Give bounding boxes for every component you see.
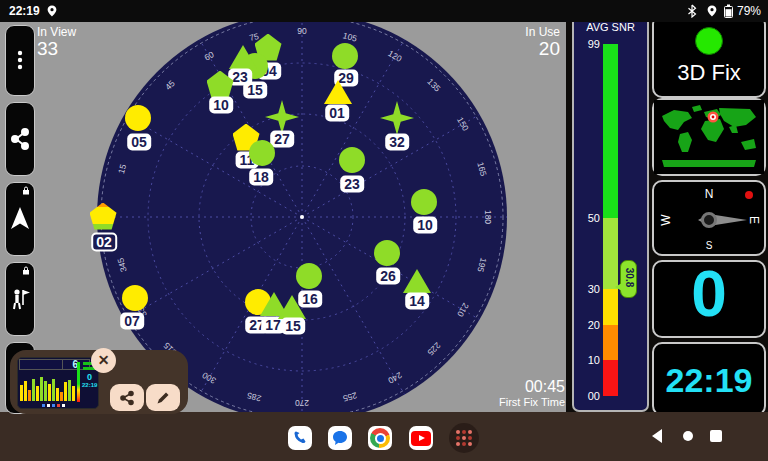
dock-youtube-app[interactable]: [409, 426, 433, 450]
satellite-label-27: 27: [270, 131, 294, 148]
satellite-16[interactable]: [296, 263, 322, 289]
satellite-label-15: 15: [281, 318, 305, 335]
satellite-label-32: 32: [385, 134, 409, 151]
sidebar-overflow-menu-button[interactable]: [5, 25, 35, 96]
close-icon: ✕: [98, 352, 110, 368]
mini-snr-bars: [20, 377, 75, 401]
satellite-label-05: 05: [127, 134, 151, 151]
compass-panel[interactable]: N S W E: [652, 180, 766, 256]
world-map-panel[interactable]: [652, 98, 766, 176]
location-pin-icon: [46, 4, 58, 18]
snr-pointer-bubble: 30.8: [620, 260, 637, 298]
screenshot-edit-button[interactable]: [146, 384, 180, 411]
satellite-07[interactable]: [122, 285, 148, 311]
chat-bubble-icon: [328, 426, 352, 450]
snr-tick-30: 30: [576, 283, 600, 295]
satellite-label-16: 16: [298, 291, 322, 308]
snr-tick-50: 50: [576, 212, 600, 224]
avg-snr-title: AVG SNR: [574, 21, 647, 33]
avg-snr-gauge-panel[interactable]: AVG SNR 995030201000 30.8: [572, 14, 649, 412]
satellite-23[interactable]: [339, 147, 365, 173]
screenshot-thumbnail[interactable]: 6 0 22:19: [17, 357, 99, 409]
snr-segment: [603, 325, 618, 361]
dock-chrome-app[interactable]: [368, 426, 392, 450]
satellite-label-23: 23: [340, 176, 364, 193]
clock-panel[interactable]: 22:19: [652, 342, 766, 416]
satellite-label-01: 01: [325, 105, 349, 122]
share-icon: [119, 390, 135, 406]
snr-segment: [603, 218, 618, 289]
compass-needle-icon: [654, 182, 764, 254]
snr-tick-20: 20: [576, 319, 600, 331]
in-view-value: 33: [37, 38, 58, 60]
first-fix-value: 00:45: [420, 378, 565, 396]
snr-gauge-bar: [603, 44, 618, 396]
battery-percent: 79%: [737, 4, 761, 18]
clock-value: 22:19: [654, 361, 764, 400]
gps-app-screen: 22:19 79% 153045607590105120135150165180…: [0, 0, 768, 461]
sidebar-navigation-button[interactable]: [5, 182, 35, 256]
satellite-18[interactable]: [249, 140, 275, 166]
mini-gauge-bar: [77, 362, 80, 402]
lock-icon: [22, 186, 30, 195]
satellite-05[interactable]: [125, 105, 151, 131]
satellite-label-18: 18: [249, 169, 273, 186]
nav-recents-button[interactable]: [708, 412, 724, 461]
mini-dock-dots: [42, 404, 65, 407]
dock-messages-app[interactable]: [328, 426, 352, 450]
share-icon: [6, 103, 34, 175]
status-time: 22:19: [9, 4, 40, 18]
in-use-label: In Use: [440, 25, 560, 39]
world-map: [654, 100, 764, 174]
bottom-dock-bar: [0, 412, 768, 461]
pencil-icon: [155, 390, 171, 406]
speed-panel[interactable]: 0: [652, 260, 766, 338]
lock-icon: [22, 266, 30, 275]
mini-clock-value: 22:19: [82, 382, 97, 388]
fix-status-text: 3D Fix: [654, 60, 764, 86]
snr-tick-99: 99: [576, 38, 600, 50]
dock-phone-app[interactable]: [288, 426, 312, 450]
youtube-icon: [411, 431, 431, 446]
fix-status-panel[interactable]: 3D Fix: [652, 14, 766, 98]
satellite-29[interactable]: [332, 43, 358, 69]
speed-value: 0: [654, 257, 764, 331]
screenshot-share-button[interactable]: [110, 384, 144, 411]
bluetooth-icon: [687, 4, 697, 18]
snr-segment: [603, 44, 618, 218]
snr-tick-00: 00: [576, 390, 600, 402]
satellite-label-07: 07: [120, 313, 144, 330]
chrome-icon: [370, 428, 390, 448]
mini-speed-value: 0: [82, 372, 97, 382]
in-use-value: 20: [440, 38, 560, 60]
satellite-label-26: 26: [376, 268, 400, 285]
azimuth-label-270: 270: [295, 398, 309, 408]
overflow-menu-icon: [6, 26, 34, 95]
screenshot-close-button[interactable]: ✕: [91, 348, 116, 373]
satellite-label-14: 14: [405, 293, 429, 310]
battery-icon: [724, 4, 733, 19]
dock-app-drawer-button[interactable]: [449, 423, 479, 453]
fix-indicator-icon: [695, 27, 723, 55]
nav-back-button[interactable]: [648, 412, 668, 461]
location-status-icon: [706, 4, 718, 18]
snr-segment: [603, 289, 618, 325]
satellite-10[interactable]: [411, 189, 437, 215]
snr-segment: [603, 360, 618, 396]
nav-home-button[interactable]: [680, 412, 696, 461]
status-bar: 22:19 79%: [0, 0, 768, 22]
in-view-label: In View: [37, 25, 76, 39]
azimuth-label-180: 180: [483, 210, 493, 224]
azimuth-label-90: 90: [297, 26, 306, 36]
snr-pointer-value: 30.8: [624, 263, 635, 293]
sidebar-walk-mode-button[interactable]: [5, 262, 35, 336]
satellite-label-10: 10: [413, 217, 437, 234]
satellite-26[interactable]: [374, 240, 400, 266]
satellite-label-10: 10: [209, 97, 233, 114]
satellite-label-02: 02: [91, 233, 117, 252]
sidebar-share-button[interactable]: [5, 102, 35, 176]
snr-tick-10: 10: [576, 354, 600, 366]
first-fix-label: First Fix Time: [420, 396, 565, 408]
phone-icon: [288, 426, 312, 450]
